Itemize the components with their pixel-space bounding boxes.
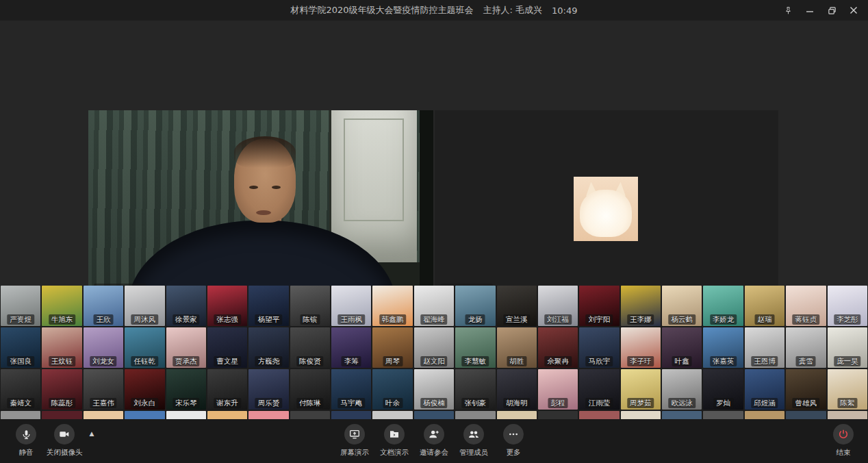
participant-tile[interactable]: 张嘉英 bbox=[703, 327, 743, 368]
restore-icon[interactable] bbox=[823, 2, 841, 18]
participant-tile[interactable]: 杨云鹤 bbox=[662, 286, 702, 326]
participant-tile[interactable]: 谢东升 bbox=[207, 369, 247, 410]
participant-tile[interactable]: 陈俊贤 bbox=[290, 327, 330, 368]
participant-tile[interactable]: 徐景家 bbox=[166, 286, 206, 326]
participant-tile[interactable]: 周琴 bbox=[372, 327, 412, 368]
participant-tile-partial[interactable] bbox=[125, 411, 164, 419]
participant-tile[interactable]: 江雨莹 bbox=[579, 369, 619, 410]
participant-tile[interactable]: 韩鑫鹏 bbox=[372, 286, 412, 326]
participant-tile[interactable]: 秦靖文 bbox=[1, 369, 40, 410]
participant-tile[interactable]: 胡海明 bbox=[497, 369, 537, 410]
participant-tile[interactable]: 宣兰溪 bbox=[497, 286, 537, 326]
participant-tile-partial[interactable] bbox=[579, 411, 619, 419]
participant-tile[interactable]: 龙扬 bbox=[455, 286, 495, 326]
participant-tile[interactable]: 王炆钰 bbox=[42, 327, 81, 368]
participant-tile[interactable]: 张国良 bbox=[1, 327, 40, 368]
participant-tile[interactable]: 严资煜 bbox=[1, 286, 40, 326]
end-meeting-button[interactable]: 结束 bbox=[828, 424, 858, 458]
pin-icon[interactable] bbox=[779, 2, 797, 18]
participant-tile-partial[interactable] bbox=[248, 411, 288, 419]
participant-tile[interactable]: 罗灿 bbox=[703, 369, 743, 410]
participant-tile[interactable]: 欧远泳 bbox=[662, 369, 702, 410]
camera-button[interactable]: 关闭摄像头 bbox=[47, 424, 83, 458]
participant-tile[interactable]: 宋乐琴 bbox=[166, 369, 206, 410]
participant-tile[interactable]: 佘聚冉 bbox=[538, 327, 578, 368]
participant-tile[interactable]: 赵文阳 bbox=[414, 327, 454, 368]
participant-tile[interactable]: 杨望平 bbox=[248, 286, 288, 326]
participant-tile[interactable]: 张钊豪 bbox=[455, 369, 495, 410]
participant-tile[interactable]: 李子玗 bbox=[621, 327, 661, 368]
participant-tile-partial[interactable] bbox=[621, 411, 661, 419]
participant-tile[interactable]: 胡胜 bbox=[497, 327, 537, 368]
participant-tile[interactable]: 刘江福 bbox=[538, 286, 578, 326]
participant-tile[interactable]: 周乐赟 bbox=[248, 369, 288, 410]
participant-tile-partial[interactable] bbox=[662, 411, 702, 419]
screen-share-button[interactable]: 屏幕演示 bbox=[340, 424, 370, 458]
participant-tile[interactable]: 方巍尧 bbox=[248, 327, 288, 368]
minimize-icon[interactable] bbox=[801, 2, 819, 18]
participant-tile-partial[interactable] bbox=[207, 411, 247, 419]
participant-tile[interactable]: 李芝彤 bbox=[828, 286, 867, 326]
participant-tile[interactable]: 张志强 bbox=[207, 286, 247, 326]
participant-tile[interactable]: 庞一昊 bbox=[828, 327, 867, 368]
participant-tile[interactable]: 王嘉伟 bbox=[84, 369, 123, 410]
participant-tile[interactable]: 李娇龙 bbox=[703, 286, 743, 326]
participant-tile-partial[interactable] bbox=[538, 411, 578, 419]
participant-tile[interactable]: 曹文星 bbox=[207, 327, 247, 368]
participant-tile[interactable]: 邱煜涵 bbox=[745, 369, 784, 410]
invite-button[interactable]: 邀请参会 bbox=[419, 424, 449, 458]
participant-tile[interactable]: 彭程 bbox=[538, 369, 578, 410]
participant-tile[interactable]: 任钰乾 bbox=[125, 327, 164, 368]
main-video-host[interactable]: 毛成兴 bbox=[88, 110, 433, 305]
participant-tile[interactable]: 刘宇阳 bbox=[579, 286, 619, 326]
participant-tile-partial[interactable] bbox=[166, 411, 206, 419]
participant-tile[interactable]: 贾承杰 bbox=[166, 327, 206, 368]
participant-tile[interactable]: 王欣 bbox=[84, 286, 123, 326]
participant-tile[interactable]: 牛旭东 bbox=[42, 286, 81, 326]
participant-tile-partial[interactable] bbox=[703, 411, 743, 419]
participant-tile[interactable]: 赵瑞 bbox=[745, 286, 784, 326]
participant-tile-partial[interactable] bbox=[497, 411, 537, 419]
participant-tile-partial[interactable] bbox=[828, 411, 867, 419]
participant-tile[interactable]: 李慧敏 bbox=[455, 327, 495, 368]
participant-tile[interactable]: 马欣宇 bbox=[579, 327, 619, 368]
mute-button[interactable]: 静音 bbox=[11, 424, 41, 458]
participant-tile-partial[interactable] bbox=[745, 411, 784, 419]
participant-tile[interactable]: 蒋钰贞 bbox=[786, 286, 826, 326]
close-icon[interactable] bbox=[845, 2, 863, 18]
participant-tile-partial[interactable] bbox=[414, 411, 454, 419]
participant-tile[interactable]: 刘永白 bbox=[125, 369, 164, 410]
manage-members-button[interactable]: 管理成员 bbox=[459, 424, 489, 458]
participant-tile[interactable]: 王恩博 bbox=[745, 327, 784, 368]
participant-tile-partial[interactable] bbox=[786, 411, 826, 419]
participant-tile-partial[interactable] bbox=[42, 411, 81, 419]
participant-tile-partial[interactable] bbox=[331, 411, 371, 419]
participant-tile[interactable]: 付陈琳 bbox=[290, 369, 330, 410]
participant-tile[interactable]: 马宇飑 bbox=[331, 369, 371, 410]
doc-share-button[interactable]: 文档演示 bbox=[379, 424, 409, 458]
participant-tile[interactable]: 周梦茹 bbox=[621, 369, 661, 410]
participant-tile[interactable]: 龚雪 bbox=[786, 327, 826, 368]
participant-tile[interactable]: 李筹 bbox=[331, 327, 371, 368]
participant-tile[interactable]: 王李娜 bbox=[621, 286, 661, 326]
participant-tile[interactable]: 叶余 bbox=[372, 369, 412, 410]
more-button[interactable]: 更多 bbox=[498, 424, 528, 458]
participant-tile[interactable]: 陈絮 bbox=[828, 369, 867, 410]
participant-tile[interactable]: 刘龙女 bbox=[84, 327, 123, 368]
camera-options-arrow-icon[interactable]: ▲ bbox=[90, 430, 94, 437]
participant-tile[interactable]: 王雨枫 bbox=[331, 286, 371, 326]
participant-tile[interactable]: 翟海峰 bbox=[414, 286, 454, 326]
participant-tile-partial[interactable] bbox=[1, 411, 40, 419]
participant-tile[interactable]: 陈镔 bbox=[290, 286, 330, 326]
participant-tile-partial[interactable] bbox=[290, 411, 330, 419]
participant-name: 刘龙女 bbox=[90, 356, 117, 366]
participant-tile-partial[interactable] bbox=[84, 411, 123, 419]
participant-tile[interactable]: 周沐风 bbox=[125, 286, 164, 326]
participant-tile[interactable]: 叶鑫 bbox=[662, 327, 702, 368]
participant-tile-partial[interactable] bbox=[455, 411, 495, 419]
participant-tile-partial[interactable] bbox=[372, 411, 412, 419]
participant-tile[interactable]: 杨俊楠 bbox=[414, 369, 454, 410]
participant-tile[interactable]: 曾雄风 bbox=[786, 369, 826, 410]
participant-tile[interactable]: 陈蕊彤 bbox=[42, 369, 81, 410]
main-video-guest[interactable]: 吴建东 bbox=[435, 110, 778, 305]
